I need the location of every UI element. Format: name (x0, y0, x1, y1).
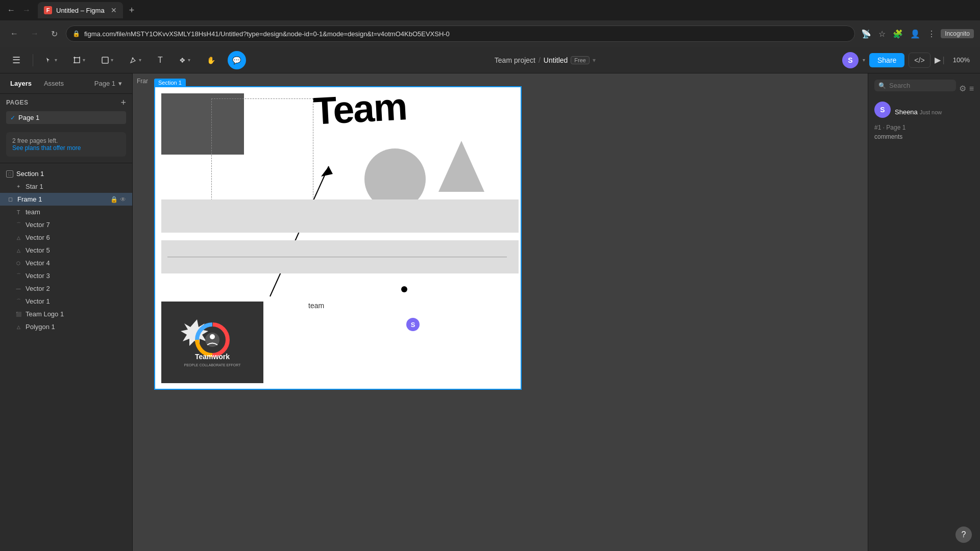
layer-vector5-name: Vector 5 (26, 246, 126, 254)
frame-icon (74, 57, 81, 64)
hand-icon: ✋ (207, 56, 215, 64)
help-btn[interactable]: ? (955, 527, 972, 543)
nav-refresh-btn[interactable]: ↻ (47, 27, 62, 41)
project-name[interactable]: Team project (495, 56, 535, 64)
layer-vector7[interactable]: ⌒ Vector 7 (0, 218, 132, 231)
component-tool-btn[interactable]: ❖ ▾ (175, 53, 194, 67)
layer-vector6[interactable]: △ Vector 6 (0, 231, 132, 244)
page-1-item[interactable]: ✓ Page 1 (6, 111, 126, 124)
file-name[interactable]: Untitled (544, 56, 568, 64)
filter-btn[interactable]: ≡ (969, 84, 974, 93)
text-layer-icon: T (14, 209, 22, 215)
comment-text: comments (874, 133, 974, 140)
see-plans-link[interactable]: See plans that offer more (12, 144, 81, 152)
comment-search-bar[interactable]: 🔍 (874, 80, 956, 91)
tool-group-frame: ▾ (67, 54, 91, 67)
browser-forward-btn[interactable]: → (19, 5, 34, 16)
main-menu-btn[interactable]: ☰ (8, 52, 24, 69)
layer-vector2[interactable]: — Vector 2 (0, 282, 132, 295)
svg-text:Teamwork: Teamwork (195, 353, 230, 361)
layer-teamlogo1[interactable]: ⬛ Team Logo 1 (0, 308, 132, 320)
figma-favicon: F (44, 6, 52, 14)
canvas[interactable]: Frar Section 1 Team (133, 73, 868, 551)
layer-lock-btn[interactable]: 🔒 (110, 196, 118, 203)
pen-tool-chevron: ▾ (139, 57, 141, 63)
frame-tool-btn[interactable]: ▾ (69, 54, 89, 67)
comment-search-input[interactable] (889, 82, 952, 89)
pen-tool-btn[interactable]: ▾ (126, 54, 145, 67)
layer-polygon1-name: Polygon 1 (26, 323, 126, 331)
rect-tool-btn[interactable]: ▾ (97, 54, 117, 67)
layer-vector3-name: Vector 3 (26, 272, 126, 280)
tab-close-btn[interactable]: ✕ (111, 6, 117, 14)
user-avatar-btn[interactable]: S (842, 52, 859, 68)
cast-btn[interactable]: 📡 (859, 27, 873, 41)
layer-section1[interactable]: □ Section 1 (0, 167, 132, 180)
svg-marker-9 (438, 141, 484, 192)
page-ref: #1 · Page 1 (874, 124, 974, 131)
layer-eye-btn[interactable]: 👁 (120, 196, 126, 203)
browser-back-btn[interactable]: ← (4, 5, 18, 16)
polygon-layer-icon: △ (14, 324, 22, 330)
page-selector-label: Page 1 (94, 80, 115, 87)
layer-star1[interactable]: ✦ Star 1 (0, 180, 132, 193)
section-1-badge[interactable]: Section 1 (154, 79, 186, 87)
bookmark-btn[interactable]: ☆ (876, 27, 888, 41)
text-tool-icon: T (158, 56, 163, 65)
nav-back-btn[interactable]: ← (6, 27, 22, 40)
settings-btn[interactable]: ⋮ (925, 27, 938, 41)
new-tab-btn[interactable]: + (125, 5, 139, 16)
page-selector[interactable]: Page 1 ▾ (90, 78, 126, 89)
team-handwritten-text: Team (312, 87, 407, 130)
layer-polygon1[interactable]: △ Polygon 1 (0, 320, 132, 333)
vector7-icon: ⌒ (14, 221, 22, 228)
design-frame[interactable]: Team team (154, 86, 522, 390)
address-bar[interactable]: 🔒 figma.com/file/nMSTY1OKvvXSMLY18HsH41/… (66, 26, 855, 42)
layer-team-text[interactable]: T team (0, 206, 132, 218)
play-btn[interactable]: ▶ (935, 55, 941, 65)
sort-btn[interactable]: ⚙ (959, 84, 966, 93)
tool-group-pen: ▾ (124, 54, 148, 67)
layer-frame1[interactable]: ◻ Frame 1 🔒 👁 (0, 193, 132, 206)
layer-vector3[interactable]: ⌒ Vector 3 (0, 269, 132, 282)
extensions-btn[interactable]: 🧩 (891, 27, 905, 41)
commenter-cursor: S (405, 317, 421, 332)
move-tool-btn[interactable]: ▾ (41, 54, 61, 67)
code-icon: </> (914, 56, 924, 64)
avatar-chevron[interactable]: ▾ (863, 57, 865, 63)
hand-tool-btn[interactable]: ✋ (203, 53, 219, 67)
layer-vector1[interactable]: ⌒ Vector 1 (0, 295, 132, 308)
commenter-name-row: Sheena Just now (895, 108, 942, 116)
tool-group-hand: ✋ (201, 53, 222, 67)
nav-extras: 📡 ☆ 🧩 👤 ⋮ Incognito (859, 27, 974, 41)
toolbar-center: Team project / Untitled Free ▾ (252, 56, 838, 64)
tool-group-text: T (152, 53, 169, 68)
layer-vector5[interactable]: △ Vector 5 (0, 244, 132, 257)
vector2-icon: — (14, 286, 22, 291)
nav-forward-btn[interactable]: → (27, 27, 43, 40)
svg-marker-8 (321, 166, 333, 177)
pages-section: Pages + ✓ Page 1 (0, 94, 132, 128)
comment-tool-btn[interactable]: 💬 (228, 51, 246, 69)
tab-bar: ← → F Untitled – Figma ✕ + (0, 0, 980, 20)
commenter-row: S Sheena Just now (874, 102, 974, 122)
incognito-badge[interactable]: Incognito (941, 29, 974, 38)
cursor-avatar-circle: S (405, 317, 421, 332)
svg-point-15 (210, 334, 215, 339)
assets-tab-btn[interactable]: Assets (40, 78, 68, 89)
code-view-btn[interactable]: </> (909, 53, 930, 68)
layer-vector2-name: Vector 2 (26, 285, 126, 292)
add-page-btn[interactable]: + (120, 98, 126, 107)
sidebar-tab-bar: Layers Assets Page 1 ▾ (0, 73, 132, 94)
share-btn[interactable]: Share (869, 53, 904, 67)
layer-vector4[interactable]: ⬡ Vector 4 (0, 257, 132, 269)
browser-navigation: ← → (4, 5, 34, 16)
profile-btn[interactable]: 👤 (908, 27, 922, 41)
tool-group-left: ☰ (6, 52, 27, 69)
right-panel-header: 🔍 ⚙ ≡ (874, 80, 974, 97)
zoom-level-btn[interactable]: 100% (949, 54, 974, 66)
layers-tab-btn[interactable]: Layers (6, 78, 36, 89)
browser-tab-active[interactable]: F Untitled – Figma ✕ (38, 2, 123, 18)
text-tool-btn[interactable]: T (154, 53, 167, 68)
breadcrumb-chevron[interactable]: ▾ (593, 57, 596, 64)
